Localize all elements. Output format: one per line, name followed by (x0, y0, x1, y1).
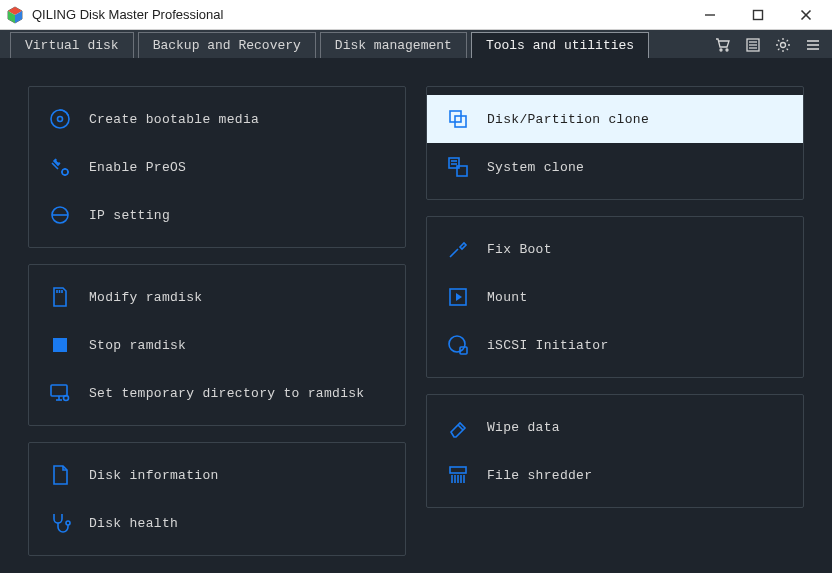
gear-icon[interactable] (770, 32, 796, 58)
item-modify-ramdisk[interactable]: Modify ramdisk (29, 273, 405, 321)
svg-point-8 (720, 49, 722, 51)
wrench-gear-icon (47, 154, 73, 180)
svg-rect-5 (754, 10, 763, 19)
system-clone-icon (445, 154, 471, 180)
menu-icon[interactable] (800, 32, 826, 58)
item-create-bootable-media[interactable]: Create bootable media (29, 95, 405, 143)
item-label: Set temporary directory to ramdisk (89, 386, 364, 401)
tab-label: Backup and Recovery (153, 38, 301, 53)
panel-ramdisk-tools: Modify ramdisk Stop ramdisk Set temporar… (28, 264, 406, 426)
right-column: Disk/Partition clone System clone Fix Bo… (426, 86, 804, 556)
svg-rect-41 (450, 467, 466, 473)
tabbar: Virtual disk Backup and Recovery Disk ma… (0, 30, 832, 58)
disc-icon (47, 106, 73, 132)
window-title: QILING Disk Master Professional (32, 7, 223, 22)
item-stop-ramdisk[interactable]: Stop ramdisk (29, 321, 405, 369)
item-fix-boot[interactable]: Fix Boot (427, 225, 803, 273)
item-mount[interactable]: Mount (427, 273, 803, 321)
item-label: Mount (487, 290, 528, 305)
panel-disk-info: Disk information Disk health (28, 442, 406, 556)
left-column: Create bootable media Enable PreOS IP se… (28, 86, 406, 556)
item-label: System clone (487, 160, 584, 175)
document-icon (47, 462, 73, 488)
svg-point-20 (62, 169, 68, 175)
tab-disk-management[interactable]: Disk management (320, 32, 467, 58)
svg-point-29 (64, 396, 69, 401)
network-icon (47, 202, 73, 228)
monitor-gear-icon (47, 380, 73, 406)
play-box-icon (445, 284, 471, 310)
item-label: Modify ramdisk (89, 290, 202, 305)
eraser-icon (445, 414, 471, 440)
tab-label: Virtual disk (25, 38, 119, 53)
item-disk-health[interactable]: Disk health (29, 499, 405, 547)
svg-point-30 (66, 521, 70, 525)
tab-label: Tools and utilities (486, 38, 634, 53)
stop-icon (47, 332, 73, 358)
svg-marker-38 (456, 293, 462, 301)
svg-point-19 (58, 117, 63, 122)
sdcard-icon (47, 284, 73, 310)
item-set-temp-dir-ramdisk[interactable]: Set temporary directory to ramdisk (29, 369, 405, 417)
stethoscope-icon (47, 510, 73, 536)
titlebar: QILING Disk Master Professional (0, 0, 832, 30)
panel-clone-tools: Disk/Partition clone System clone (426, 86, 804, 200)
content-area: Create bootable media Enable PreOS IP se… (0, 58, 832, 573)
item-label: Enable PreOS (89, 160, 186, 175)
item-system-clone[interactable]: System clone (427, 143, 803, 191)
item-disk-partition-clone[interactable]: Disk/Partition clone (427, 95, 803, 143)
item-label: IP setting (89, 208, 170, 223)
panel-wipe-tools: Wipe data File shredder (426, 394, 804, 508)
item-file-shredder[interactable]: File shredder (427, 451, 803, 499)
item-label: Wipe data (487, 420, 560, 435)
list-icon[interactable] (740, 32, 766, 58)
app-logo-icon (6, 6, 24, 24)
item-label: Fix Boot (487, 242, 552, 257)
maximize-button[interactable] (738, 0, 778, 30)
panel-boot-tools: Create bootable media Enable PreOS IP se… (28, 86, 406, 248)
minimize-button[interactable] (690, 0, 730, 30)
panel-boot-mount-tools: Fix Boot Mount iSCSI Initiator (426, 216, 804, 378)
svg-rect-26 (51, 385, 67, 396)
clone-icon (445, 106, 471, 132)
item-wipe-data[interactable]: Wipe data (427, 403, 803, 451)
item-enable-preos[interactable]: Enable PreOS (29, 143, 405, 191)
disk-badge-icon (445, 332, 471, 358)
item-label: Disk information (89, 468, 219, 483)
item-label: Disk health (89, 516, 178, 531)
item-label: Disk/Partition clone (487, 112, 649, 127)
cart-icon[interactable] (710, 32, 736, 58)
tab-backup-recovery[interactable]: Backup and Recovery (138, 32, 316, 58)
close-button[interactable] (786, 0, 826, 30)
shredder-icon (445, 462, 471, 488)
svg-point-39 (449, 336, 465, 352)
item-disk-information[interactable]: Disk information (29, 451, 405, 499)
item-label: Create bootable media (89, 112, 259, 127)
item-label: Stop ramdisk (89, 338, 186, 353)
item-label: iSCSI Initiator (487, 338, 609, 353)
tab-label: Disk management (335, 38, 452, 53)
item-label: File shredder (487, 468, 592, 483)
tab-virtual-disk[interactable]: Virtual disk (10, 32, 134, 58)
item-iscsi-initiator[interactable]: iSCSI Initiator (427, 321, 803, 369)
item-ip-setting[interactable]: IP setting (29, 191, 405, 239)
screwdriver-icon (445, 236, 471, 262)
svg-rect-25 (53, 338, 67, 352)
svg-point-14 (781, 43, 786, 48)
svg-point-9 (726, 49, 728, 51)
tab-tools-utilities[interactable]: Tools and utilities (471, 32, 649, 58)
